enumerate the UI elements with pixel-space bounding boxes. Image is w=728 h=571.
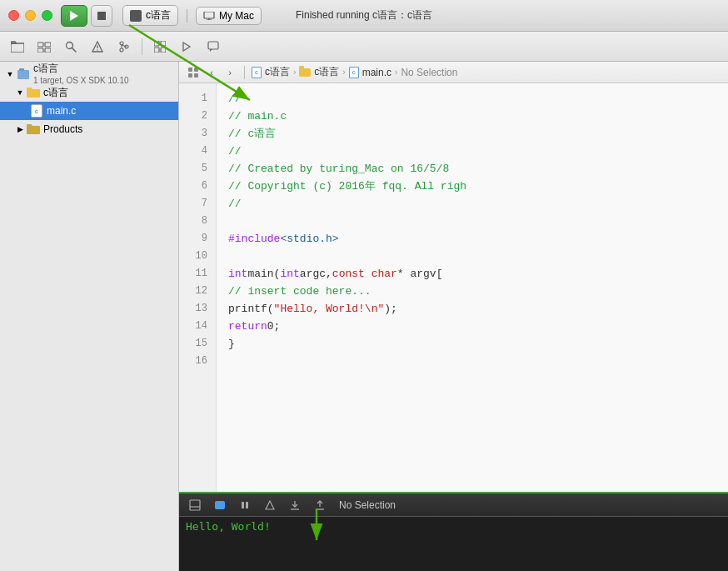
tree-arrow-project: ▼: [5, 69, 15, 79]
source-control-icon: [118, 41, 130, 53]
line-num-14: 14: [179, 318, 216, 335]
filter-icon: [215, 501, 225, 509]
traffic-lights: [0, 10, 52, 21]
stop-button[interactable]: [91, 5, 112, 27]
fullscreen-button[interactable]: [42, 10, 52, 21]
code-token: printf(: [228, 300, 274, 318]
code-line-7: //: [228, 195, 728, 213]
svg-rect-21: [154, 48, 159, 53]
breadcrumb-filename[interactable]: c main.c: [349, 67, 391, 78]
grid-icon-btn[interactable]: [149, 38, 171, 56]
products-folder-icon: [27, 123, 40, 136]
clear-icon: [265, 500, 275, 510]
line-num-15: 15: [179, 335, 216, 353]
svg-rect-6: [45, 43, 51, 47]
download-icon: [290, 500, 300, 510]
code-line-8: [228, 213, 728, 230]
code-line-9: #include <stdio.h>: [228, 230, 728, 248]
code-token: }: [228, 335, 235, 353]
scheme-name: c语言: [146, 8, 171, 23]
destination-selector[interactable]: My Mac: [196, 7, 262, 25]
clear-btn[interactable]: [261, 497, 279, 513]
code-token: argc,: [300, 265, 332, 283]
sidebar-content: ▼ c语言 1 target, OS X SDK 10.10 ▼: [0, 62, 178, 571]
breadcrumb-grid-icon[interactable]: [186, 65, 201, 80]
code-token: //: [228, 143, 242, 160]
line-num-12: 12: [179, 283, 216, 300]
line-num-4: 4: [179, 143, 216, 160]
line-num-13: 13: [179, 300, 216, 318]
code-token: 0;: [267, 318, 281, 335]
mainc-breadcrumb-icon: c: [349, 67, 359, 78]
toolbar-buttons: c语言 My Mac: [61, 5, 262, 27]
svg-rect-35: [242, 502, 244, 508]
svg-rect-29: [194, 68, 198, 72]
code-line-4: //: [228, 143, 728, 160]
arrow-right-icon-btn[interactable]: [176, 38, 197, 56]
folder-breadcrumb-icon: [299, 68, 311, 77]
line-num-6: 6: [179, 178, 216, 195]
download-btn[interactable]: [286, 497, 304, 513]
destination-name: My Mac: [219, 10, 254, 22]
upload-btn[interactable]: [311, 497, 329, 513]
code-token: <stdio.h>: [280, 230, 338, 248]
breadcrumb-forward-btn[interactable]: ›: [222, 65, 237, 80]
pause-icon: [240, 500, 250, 510]
code-token: );: [384, 300, 397, 318]
status-title: Finished running c语言：c语言: [296, 8, 432, 23]
code-token: "Hello, World!\n": [274, 300, 385, 318]
svg-rect-5: [37, 43, 43, 47]
run-button[interactable]: [61, 5, 87, 27]
pause-btn[interactable]: [236, 497, 254, 513]
scheme-icon: [130, 10, 142, 22]
bottom-output: Hello, World!: [179, 517, 728, 571]
code-token: // main.c: [228, 108, 287, 125]
filter-btn[interactable]: [211, 497, 229, 513]
svg-marker-23: [183, 43, 190, 51]
tree-arrow-products: ▶: [15, 124, 25, 134]
sidebar-item-group[interactable]: ▼ c语言: [0, 83, 178, 102]
bottom-no-selection: No Selection: [339, 499, 396, 511]
sidebar-item-products[interactable]: ▶ Products: [0, 120, 178, 138]
close-button[interactable]: [8, 10, 19, 21]
sidebar-products-label: Products: [43, 123, 82, 135]
grid-icon: [154, 41, 166, 53]
svg-rect-20: [161, 41, 166, 46]
code-token: // Created by turing_Mac on 16/5/8: [228, 160, 449, 178]
line-num-16: 16: [179, 353, 216, 370]
line-num-11: 11: [179, 265, 216, 283]
code-token: int: [228, 265, 247, 283]
code-token: #include: [228, 230, 280, 248]
search-icon-btn[interactable]: [60, 38, 82, 56]
sidebar: ▼ c语言 1 target, OS X SDK 10.10 ▼: [0, 62, 179, 571]
comment-icon-btn[interactable]: [202, 38, 224, 56]
sidebar-item-main-c[interactable]: c main.c: [0, 102, 178, 120]
line-num-3: 3: [179, 125, 216, 143]
source-control-icon-btn[interactable]: [113, 38, 135, 56]
svg-rect-30: [188, 73, 192, 78]
breadcrumb-sep-2: ›: [342, 68, 345, 77]
breadcrumb-c-lang-1[interactable]: c c语言: [252, 65, 290, 79]
scheme-selector[interactable]: c语言: [122, 5, 178, 26]
code-line-15: }: [228, 335, 728, 353]
code-token: // insert code here...: [228, 283, 371, 300]
code-token: main(: [247, 265, 280, 283]
sidebar-item-project[interactable]: ▼ c语言 1 target, OS X SDK 10.10: [0, 65, 178, 83]
code-line-2: // main.c: [228, 108, 728, 125]
warning-icon-btn[interactable]: [87, 38, 108, 56]
breadcrumb-back-btn[interactable]: ‹: [204, 65, 219, 80]
code-line-12: // insert code here...: [228, 283, 728, 300]
folder-icon-btn[interactable]: [7, 38, 28, 56]
breadcrumb-c-lang-2-label: c语言: [314, 65, 339, 79]
line-num-9: 9: [179, 230, 216, 248]
group-icon: [37, 41, 51, 53]
svg-point-13: [97, 49, 97, 50]
svg-rect-1: [204, 12, 214, 18]
minimize-button[interactable]: [25, 10, 36, 21]
breadcrumb-c-lang-2[interactable]: c语言: [299, 65, 339, 79]
group-icon-btn[interactable]: [33, 38, 55, 56]
bottom-panel-toggle-btn[interactable]: [186, 497, 204, 513]
breadcrumb-sep-1: ›: [293, 68, 296, 77]
upload-icon: [315, 500, 325, 510]
code-line-5: // Created by turing_Mac on 16/5/8: [228, 160, 728, 178]
